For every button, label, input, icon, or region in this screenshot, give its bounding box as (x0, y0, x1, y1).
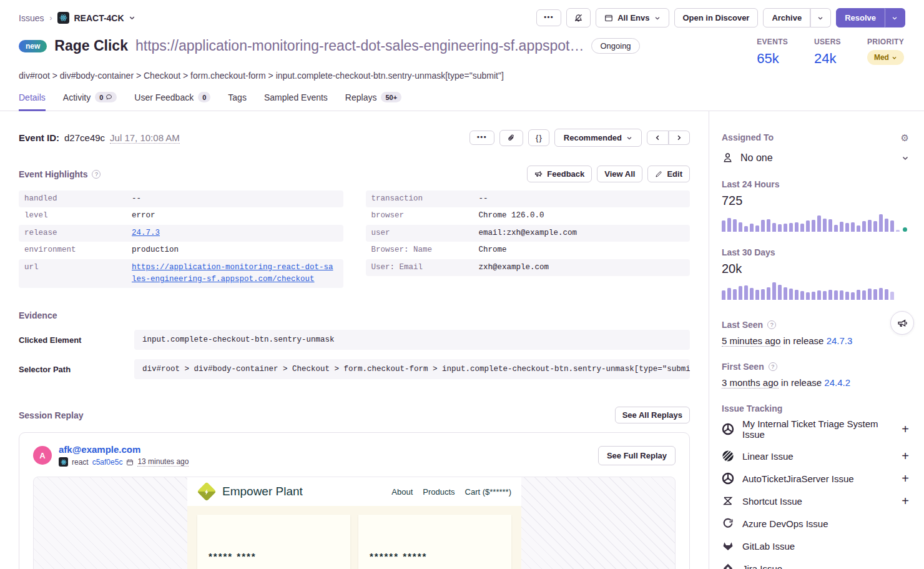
issue-tracking-label[interactable]: AutoTicketJiraServer Issue (742, 473, 854, 484)
last-seen-release-link[interactable]: 24.7.3 (827, 335, 853, 346)
view-json-button[interactable]: { } (528, 129, 549, 146)
open-in-discover-button[interactable]: Open in Discover (674, 8, 759, 27)
evidence-label: Clicked Element (19, 335, 134, 345)
histogram-bar (857, 290, 860, 300)
replay-viewport[interactable]: Empower Plant AboutProductsCart ($******… (33, 477, 676, 569)
issue-title: Rage Click (54, 37, 128, 54)
histogram-bar (755, 225, 759, 232)
help-icon[interactable]: ? (769, 362, 777, 371)
replay-id-link[interactable]: c5af0e5c (92, 458, 123, 467)
help-icon[interactable]: ? (767, 320, 776, 329)
replay-time-ago[interactable]: 13 minutes ago (137, 457, 189, 467)
tab-badge: 50+ (381, 92, 401, 102)
last-24-hours-title: Last 24 Hours (722, 179, 909, 189)
see-full-replay-button[interactable]: See Full Replay (598, 446, 676, 465)
replay-brand-name: Empower Plant (222, 485, 303, 498)
feedback-button[interactable]: Feedback (527, 166, 592, 182)
braces-icon: { } (536, 133, 542, 142)
histogram-bar (795, 290, 799, 300)
react-project-icon (57, 12, 69, 24)
histogram-bar (873, 221, 877, 232)
first-seen-time[interactable]: 3 months ago (722, 377, 779, 388)
add-issue-link-button[interactable]: + (902, 450, 909, 462)
view-all-button[interactable]: View All (597, 166, 642, 182)
gear-icon[interactable]: ⚙ (901, 133, 909, 142)
archive-button[interactable]: Archive (763, 8, 810, 27)
environment-selector-button[interactable]: All Envs (596, 8, 669, 27)
histogram-bar (840, 222, 843, 232)
replay-project: react (72, 458, 89, 467)
histogram-bar (744, 226, 748, 232)
histogram-bar (812, 220, 815, 232)
issue-tracking-label[interactable]: GitLab Issue (742, 541, 795, 552)
highlight-key: url (24, 262, 132, 286)
issue-tracking-item: GitLab Issue (722, 535, 909, 557)
resolve-dropdown-button[interactable] (885, 8, 905, 27)
see-all-replays-button[interactable]: See All Replays (615, 407, 690, 423)
linear-icon (722, 450, 734, 462)
event-pagination (647, 131, 690, 145)
session-replay-section: Session Replay See All Replays A afk@exa… (19, 407, 690, 569)
tab-tags[interactable]: Tags (228, 92, 247, 111)
events-count[interactable]: 65k (757, 51, 788, 67)
first-seen-release-link[interactable]: 24.4.2 (824, 377, 850, 388)
add-issue-link-button[interactable]: + (902, 495, 909, 507)
histogram-bar (772, 223, 776, 232)
priority-selector[interactable]: Med (867, 50, 904, 65)
highlight-value[interactable]: https://application-monitoring-react-dot… (132, 262, 338, 286)
histogram-bar (879, 288, 883, 300)
event-timestamp[interactable]: Jul 17, 10:08 AM (110, 132, 180, 144)
breadcrumb-issues-link[interactable]: Issues (19, 13, 44, 23)
event-navigation-selector[interactable]: Recommended (554, 129, 642, 147)
project-selector[interactable]: REACT-4CK (57, 12, 135, 24)
tab-label: Sampled Events (264, 92, 328, 102)
previous-event-button[interactable] (647, 131, 669, 145)
azure-devops-icon (722, 517, 734, 530)
tab-details[interactable]: Details (19, 92, 46, 111)
resolve-button[interactable]: Resolve (836, 8, 885, 27)
add-issue-link-button[interactable]: + (902, 423, 909, 435)
tab-badge: 0 (198, 92, 210, 102)
last-seen-text: in release (783, 335, 823, 346)
replay-user-link[interactable]: afk@example.com (59, 444, 189, 455)
issue-tracking-label[interactable]: My Internal Ticket Triage System Issue (742, 418, 893, 440)
histogram-bar (879, 214, 883, 232)
edit-highlights-button[interactable]: Edit (647, 166, 690, 182)
issue-tracking-label[interactable]: Linear Issue (742, 451, 794, 462)
users-label: USERS (814, 37, 841, 46)
users-count[interactable]: 24k (814, 51, 841, 67)
highlight-key: User: Email (371, 262, 479, 274)
issue-tracking-label[interactable]: Jira Issue (742, 563, 782, 569)
breadcrumb: Issues › REACT-4CK (19, 12, 135, 24)
issue-tracking-label[interactable]: Shortcut Issue (742, 496, 802, 507)
issue-tracking-item: AutoTicketJiraServer Issue+ (722, 467, 909, 490)
tab-user-feedback[interactable]: User Feedback0 (134, 92, 210, 111)
mute-alerts-button[interactable] (566, 8, 591, 27)
histogram-bar (727, 218, 731, 232)
highlight-value: production (132, 244, 179, 256)
tab-activity[interactable]: Activity0 (63, 92, 117, 111)
last-24-hours-chart (722, 214, 909, 232)
help-icon[interactable]: ? (92, 170, 101, 179)
assignee-selector[interactable]: No one (722, 152, 909, 164)
next-event-button[interactable] (669, 131, 690, 145)
copy-event-link-button[interactable] (499, 130, 523, 146)
issue-tracking-label[interactable]: Azure DevOps Issue (742, 518, 828, 529)
event-more-button[interactable]: ••• (469, 131, 494, 145)
archive-dropdown-button[interactable] (810, 8, 831, 27)
tab-replays[interactable]: Replays50+ (345, 92, 401, 111)
highlight-row: environmentproduction (19, 242, 343, 259)
highlight-value[interactable]: 24.7.3 (132, 227, 160, 239)
more-options-button[interactable]: ••• (536, 9, 561, 26)
ticket-icon (722, 472, 734, 485)
react-platform-icon (59, 457, 68, 467)
issue-tracking-item: Jira Issue (722, 557, 909, 569)
add-issue-link-button[interactable]: + (902, 472, 909, 485)
chevron-down-icon (892, 15, 898, 21)
breadcrumb-separator-icon: › (49, 14, 52, 22)
last-24-hours-count: 725 (722, 194, 909, 208)
last-seen-time[interactable]: 5 minutes ago (722, 335, 780, 347)
tab-sampled-events[interactable]: Sampled Events (264, 92, 328, 111)
histogram-bar (722, 290, 725, 300)
floating-feedback-button[interactable] (890, 311, 914, 335)
